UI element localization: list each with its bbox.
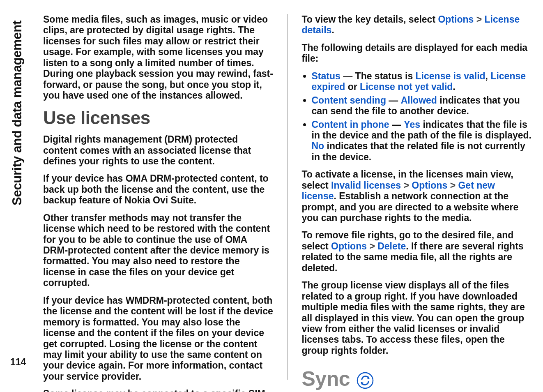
text: To view the key details, select [302,14,438,25]
link-status[interactable]: Status [312,71,341,81]
link-delete[interactable]: Delete [377,241,406,251]
sidebar-section-title: Security and data management [10,21,25,205]
text: . [331,25,334,35]
text: . [453,81,455,92]
left-column: Some media files, such as images, music … [43,14,274,380]
paragraph-key-details: To view the key details, select Options … [302,14,532,36]
svg-point-0 [357,373,373,388]
paragraph: If your device has WMDRM-protected conte… [43,295,274,382]
paragraph-remove: To remove file rights, go to the desired… [302,230,532,273]
sidebar-section-tab: Security and data management [9,12,25,214]
paragraph: Digital rights management (DRM) protecte… [43,134,274,166]
sync-icon [357,371,374,388]
paragraph: The group license view displays all of t… [302,280,532,356]
page-root: Security and data management 114 Some me… [0,0,543,392]
link-options[interactable]: Options [331,241,367,251]
text: . Establish a network connection at the … [302,191,519,223]
link-content-in-phone[interactable]: Content in phone [312,119,389,130]
heading-use-licenses: Use licenses [43,108,274,129]
paragraph-activate: To activate a license, in the licenses m… [302,169,532,223]
link-no[interactable]: No [312,141,324,151]
link-yes[interactable]: Yes [404,119,420,130]
text: — [389,119,404,130]
link-invalid-licenses[interactable]: Invalid licenses [331,180,401,191]
link-content-sending[interactable]: Content sending [312,95,386,106]
column-divider [288,14,288,380]
heading-sync-text: Sync [302,367,350,391]
paragraph: Some license may be connected to a speci… [43,388,274,392]
heading-sync: Sync [302,367,532,391]
paragraph: If your device has OMA DRM-protected con… [43,173,274,205]
link-options[interactable]: Options [438,14,474,25]
right-column: To view the key details, select Options … [302,14,532,380]
paragraph: The following details are displayed for … [302,42,532,64]
paragraph: Some media files, such as images, music … [43,14,274,101]
link-license-not-yet-valid[interactable]: License not yet valid [360,81,453,92]
list-item: Content in phone — Yes indicates that th… [312,119,532,163]
list-item: Content sending — Allowed indicates that… [312,95,532,117]
text: , [485,71,491,81]
paragraph: Other transfer methods may not transfer … [43,212,274,288]
details-list: Status — The status is License is valid,… [302,71,532,163]
text: indicates that the related file is not c… [312,141,525,162]
text: > [367,241,377,251]
text: > [474,14,484,25]
text: > [401,180,412,191]
text: > [447,180,458,191]
link-allowed[interactable]: Allowed [401,95,437,106]
text: — The status is [341,71,416,81]
link-options[interactable]: Options [412,180,447,191]
text: — [386,95,401,106]
content-columns: Some media files, such as images, music … [43,14,532,380]
text: or [345,81,360,92]
link-license-valid[interactable]: License is valid [416,71,485,81]
page-number: 114 [10,357,26,368]
list-item: Status — The status is License is valid,… [312,71,532,92]
